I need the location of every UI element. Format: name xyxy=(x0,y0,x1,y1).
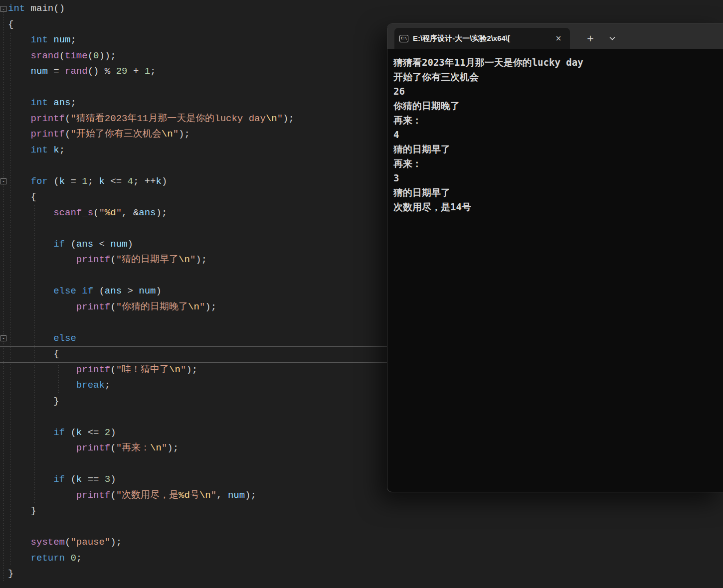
code-line xyxy=(8,456,294,472)
code-line: printf("你猜的日期晚了\n"); xyxy=(8,299,294,315)
terminal-tab[interactable]: C:\ E:\程序设计-大一\实验2\x64\[ × xyxy=(394,28,570,49)
terminal-output-line: 26 xyxy=(393,84,718,99)
code-line: scanf_s("%d", &ans); xyxy=(8,205,294,221)
code-line xyxy=(8,409,294,425)
code-line xyxy=(8,221,294,237)
terminal-titlebar[interactable]: C:\ E:\程序设计-大一\实验2\x64\[ × + xyxy=(387,24,723,49)
terminal-output-line: 次数用尽，是14号 xyxy=(393,200,718,214)
code-line xyxy=(8,268,294,284)
code-line: int k; xyxy=(8,143,294,158)
terminal-output[interactable]: 猜猜看2023年11月那一天是你的lucky day开始了你有三次机会26你猜的… xyxy=(387,49,723,214)
code-line: } xyxy=(8,566,294,582)
code-line: printf("次数用尽，是%d号\n", num); xyxy=(8,488,294,504)
terminal-output-line: 开始了你有三次机会 xyxy=(393,70,718,84)
new-tab-button[interactable]: + xyxy=(582,30,599,47)
terminal-output-line: 再来： xyxy=(393,156,718,171)
code-line: printf("猜猜看2023年11月那一天是你的lucky day\n"); xyxy=(8,111,294,127)
code-line: { xyxy=(8,346,294,362)
code-line: int num; xyxy=(8,32,294,48)
code-line: return 0; xyxy=(8,551,294,567)
code-line xyxy=(8,80,294,96)
cmd-prompt-icon: C:\ xyxy=(399,35,408,42)
code-line: srand(time(0)); xyxy=(8,48,294,64)
terminal-output-line: 猜的日期早了 xyxy=(393,142,718,156)
fold-collapse-icon[interactable]: - xyxy=(0,6,6,12)
code-line: { xyxy=(8,17,294,33)
code-area[interactable]: int main(){ int num; srand(time(0)); num… xyxy=(8,1,294,582)
chevron-down-icon xyxy=(609,36,615,40)
code-line: else xyxy=(8,331,294,347)
code-line: for (k = 1; k <= 4; ++k) xyxy=(8,174,294,190)
terminal-output-line: 3 xyxy=(393,171,718,185)
code-line: int ans; xyxy=(8,95,294,111)
code-line: printf("哇！猜中了\n"); xyxy=(8,362,294,378)
code-line: system("pause"); xyxy=(8,535,294,551)
code-line: } xyxy=(8,394,294,410)
code-line: { xyxy=(8,189,294,205)
terminal-output-line: 再来： xyxy=(393,113,718,128)
code-line: else if (ans > num) xyxy=(8,284,294,299)
code-line: num = rand() % 29 + 1; xyxy=(8,64,294,80)
code-line: printf("开始了你有三次机会\n"); xyxy=(8,127,294,143)
code-line: int main() xyxy=(8,1,294,17)
tab-dropdown-button[interactable] xyxy=(604,30,621,47)
terminal-window: C:\ E:\程序设计-大一\实验2\x64\[ × + 猜猜看2023年11月… xyxy=(387,23,723,492)
code-line: printf("猜的日期早了\n"); xyxy=(8,252,294,268)
code-line: break; xyxy=(8,378,294,394)
close-tab-icon[interactable]: × xyxy=(552,32,565,45)
code-line xyxy=(8,519,294,535)
code-line xyxy=(8,158,294,174)
code-line: if (k == 3) xyxy=(8,472,294,488)
code-line: if (k <= 2) xyxy=(8,425,294,441)
terminal-output-line: 你猜的日期晚了 xyxy=(393,99,718,113)
terminal-output-line: 猜猜看2023年11月那一天是你的lucky day xyxy=(393,55,718,70)
code-line: } xyxy=(8,503,294,519)
fold-margin-guide xyxy=(3,12,4,581)
fold-collapse-icon[interactable]: - xyxy=(0,178,6,184)
code-line: if (ans < num) xyxy=(8,237,294,253)
terminal-output-line: 猜的日期早了 xyxy=(393,185,718,200)
code-line xyxy=(8,315,294,331)
terminal-tab-title: E:\程序设计-大一\实验2\x64\[ xyxy=(413,28,549,49)
fold-collapse-icon[interactable]: - xyxy=(0,335,6,341)
code-line: printf("再来：\n"); xyxy=(8,441,294,456)
terminal-output-line: 4 xyxy=(393,128,718,142)
